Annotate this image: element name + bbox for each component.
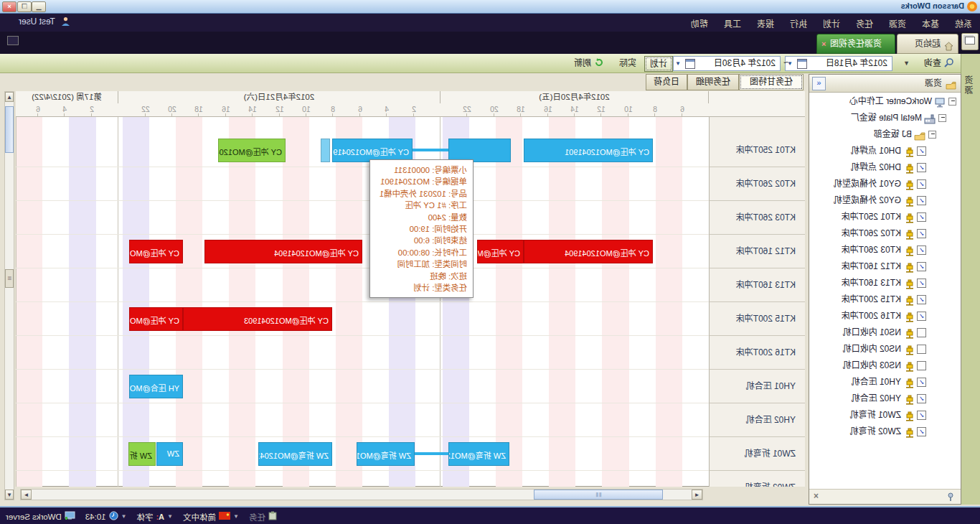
gantt-row-label: KT12 160T冲床 (709, 235, 805, 268)
tab-resource-task-view[interactable]: 资源任务视图 × (816, 34, 895, 54)
minimize-button[interactable]: ▁ (32, 1, 46, 12)
query-button[interactable]: 查询 (924, 56, 941, 70)
tray-item-label: 简体中文 (183, 511, 216, 523)
plan-toggle-button[interactable]: 计划 (644, 56, 673, 72)
view-tab-load[interactable]: 日负荷 (646, 74, 687, 90)
tray-item[interactable]: ▼10:43 (85, 511, 127, 522)
window-title: Darsson DWorks (901, 1, 964, 10)
task-bar[interactable]: ZW 折弯@MO12041901 (258, 442, 332, 466)
task-bar[interactable] (321, 139, 330, 162)
task-bar[interactable]: ZW 折 (128, 442, 156, 466)
task-tooltip: 小票编号: 00001311单据编号: MO12041901品号: 102031… (369, 159, 473, 298)
task-bar[interactable]: ZW (156, 442, 183, 466)
gantt-hour-label: 22 (463, 105, 471, 113)
chevron-down-icon[interactable]: ▼ (121, 513, 127, 520)
menu-item[interactable]: 基本 (914, 14, 947, 33)
chevron-down-icon[interactable]: ▼ (233, 513, 239, 520)
scroll-up-arrow[interactable]: ▲ (5, 92, 14, 102)
panel-dock-button[interactable] (961, 33, 979, 50)
user-chip[interactable]: Test User (19, 17, 70, 27)
calendar-icon (685, 59, 695, 69)
tooltip-line: 开始时间: 19:00 (376, 223, 467, 235)
horizontal-scroll-thumb[interactable] (534, 490, 663, 500)
gantt-row-label: KT02 260T冲床 (709, 167, 805, 201)
scroll-right-arrow[interactable]: ► (21, 490, 32, 500)
resources-strip-tab[interactable]: 资源 (963, 75, 976, 95)
clock-icon (109, 511, 118, 522)
pin-icon[interactable] (946, 492, 955, 501)
tray-item-label: 字体 (136, 511, 153, 523)
gantt-row-separator (16, 167, 709, 167)
clipboard-icon (268, 511, 277, 522)
gantt-row-separator (16, 200, 709, 201)
menu-item[interactable]: 系统 (947, 14, 980, 33)
menu-item[interactable]: 帮助 (683, 14, 716, 33)
gantt-hour-label: 6 (36, 105, 40, 113)
gantt-row-label: ZW02 折弯机 (709, 471, 805, 487)
tooltip-line: 单据编号: MO12041901 (376, 176, 467, 187)
tooltip-line: 品号: 102031 外壳中桶1 (376, 188, 467, 200)
gantt-hour-label: 12 (275, 105, 284, 113)
tray-item[interactable]: DWorks Server (6, 511, 75, 522)
menu-item[interactable]: 计划 (815, 14, 848, 33)
date-to-value: 2012年 4月30日 (714, 58, 776, 68)
task-bar[interactable]: CY 冲压@MO12041904 (524, 240, 653, 263)
gantt-hour-label: 20 (168, 105, 176, 113)
tree-item[interactable]: WorkCenter 工作中心 (809, 93, 961, 110)
gantt-hour-label: 10 (302, 105, 311, 113)
task-bar[interactable]: CY 冲压@MO12041903 (183, 307, 332, 331)
scroll-left-arrow[interactable]: ◄ (692, 490, 702, 500)
task-bar[interactable]: ZW 折弯@MO12041901 (448, 442, 509, 466)
task-bar[interactable]: YH 压合@MO12041901 (129, 375, 183, 398)
restore-button[interactable]: ❐ (17, 1, 32, 12)
task-bar[interactable]: CY 冲压@MO12041901 (524, 139, 653, 162)
menu-item[interactable]: 工具 (716, 14, 749, 33)
date-from-value: 2012年 4月18日 (826, 58, 887, 68)
menu-item[interactable]: 执行 (782, 14, 815, 33)
actual-toggle-button[interactable]: 实际 (614, 56, 641, 70)
vertical-scrollbar[interactable]: ▲ ▼ (4, 91, 14, 500)
collapse-panel-button[interactable]: « (812, 77, 826, 90)
tab-close-icon[interactable]: × (821, 34, 826, 53)
query-dropdown-arrow[interactable]: ▼ (903, 56, 910, 70)
chevron-down-icon[interactable]: ▼ (167, 513, 173, 520)
refresh-button[interactable]: 刷新 (574, 56, 591, 70)
gantt-row-separator (16, 470, 709, 471)
tray-item[interactable]: ▼简体中文 (183, 511, 239, 523)
gantt-hour-label: 10 (624, 105, 633, 113)
date-from-picker[interactable]: 2012年 4月18日 ▼ (785, 56, 892, 71)
tree-expander-icon[interactable] (948, 98, 956, 106)
gantt-date-header: 第17周 (2012/4/22) (16, 91, 118, 103)
tab-start-page[interactable]: 起始页 (897, 34, 958, 54)
task-bar[interactable]: CY 冲压@MO12041904 (477, 240, 524, 263)
view-tab-gantt[interactable]: 任务甘特图 (739, 74, 804, 90)
close-button[interactable]: × (2, 1, 17, 12)
user-name: Test User (19, 17, 55, 27)
task-bar[interactable]: CY 冲压@MO12041902 (218, 139, 286, 162)
task-bar[interactable]: CY 冲压@MO12041903 (129, 307, 183, 331)
menu-item[interactable]: 任务 (848, 14, 881, 33)
vertical-scroll-thumb[interactable] (5, 106, 14, 153)
gantt-row-label: KT03 260T冲床 (709, 201, 805, 235)
tray-item[interactable]: ▼A:字体 (136, 511, 173, 523)
menu-item[interactable]: 资源 (881, 14, 914, 33)
splitter-grip[interactable] (5, 269, 14, 288)
task-bar[interactable]: CY 冲压@MO12041904 (204, 240, 362, 263)
quick-access-icon[interactable] (7, 36, 19, 45)
tray-item[interactable]: 任务 (249, 511, 277, 523)
gantt-hour-label: 20 (490, 105, 499, 113)
menu-item[interactable]: 报表 (749, 14, 782, 33)
task-bar[interactable]: CY 冲压@MO12041904 (129, 240, 183, 263)
task-bar[interactable]: ZW 折弯@MO12041901 (357, 442, 415, 466)
view-tab-detail[interactable]: 任务明细 (687, 74, 739, 90)
date-to-picker[interactable]: 2012年 4月30日 ▼ (673, 56, 781, 71)
chevron-down-icon[interactable]: ▼ (675, 57, 681, 70)
scroll-down-arrow[interactable]: ▼ (5, 490, 14, 500)
tooltip-line: 班次: 晚班 (376, 271, 467, 282)
home-icon (944, 39, 953, 48)
horizontal-scrollbar[interactable]: ◄ ► (20, 489, 703, 500)
toolbar: 查询 ▼ 2012年 4月18日 ▼ ~ 2012年 4月30日 ▼ 计划 实际… (0, 54, 961, 73)
panel-close-icon[interactable]: × (814, 491, 819, 501)
gantt-header: 2012年4月20日(五)68101214161820222012年4月21日(… (16, 91, 805, 117)
gantt-date-header: 2012年4月20日(五) (440, 91, 709, 103)
